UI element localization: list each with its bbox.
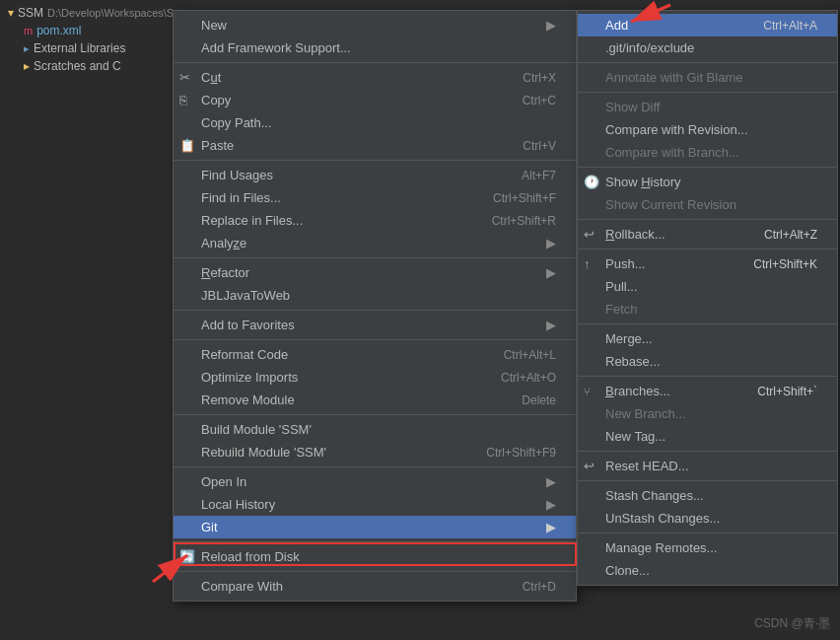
sep7 [174,466,576,467]
sub-sep5 [578,249,837,249]
sub-sep6 [578,323,837,324]
submenu-rollback[interactable]: ↩ Rollback... Ctrl+Alt+Z [578,223,837,246]
menu-remove-shortcut: Delete [522,393,556,407]
submenu-rebase-label: Rebase... [605,354,661,369]
menu-compare-with[interactable]: Compare With Ctrl+D [174,575,576,598]
menu-cut[interactable]: ✂ Cut Ctrl+X [174,66,576,89]
sidebar-scratches-label: Scratches and C [34,59,121,73]
fav-arrow: ▶ [546,318,556,332]
sidebar-item-scratches[interactable]: ▸ Scratches and C [0,57,173,75]
menu-copy[interactable]: ⎘ Copy Ctrl+C [174,89,576,111]
menu-new[interactable]: New ▶ [174,14,576,36]
menu-add-favorites[interactable]: Add to Favorites ▶ [174,314,576,336]
submenu-add-label: Add [605,18,628,33]
menu-new-label: New [201,18,227,33]
menu-open-in[interactable]: Open In ▶ [174,470,576,493]
submenu-unstash-label: UnStash Changes... [605,511,720,526]
menu-build[interactable]: Build Module 'SSM' [174,418,576,441]
menu-analyze[interactable]: Analyze ▶ [174,232,576,254]
sep3 [174,257,576,258]
paste-icon: 📋 [179,138,195,153]
submenu-compare-revision[interactable]: Compare with Revision... [578,118,837,141]
menu-git[interactable]: Git ▶ [174,516,576,538]
submenu-push[interactable]: ↑ Push... Ctrl+Shift+K [578,252,837,275]
submenu-manage-remotes[interactable]: Manage Remotes... [578,536,837,559]
submenu-clone-label: Clone... [605,563,650,578]
menu-replace-in-files[interactable]: Replace in Files... Ctrl+Shift+R [174,209,576,232]
submenu-push-label: Push... [605,256,645,271]
scratches-icon: ▸ [24,59,30,73]
cut-icon: ✂ [179,70,190,85]
submenu-branches[interactable]: ⑂ Branches... Ctrl+Shift+` [578,380,837,402]
submenu-git-info-exclude[interactable]: .git/info/exclude [578,36,837,59]
sidebar-item-pom[interactable]: m pom.xml [0,22,173,39]
menu-find-usages-shortcut: Alt+F7 [522,169,556,182]
menu-open-in-label: Open In [201,474,246,489]
menu-add-framework[interactable]: Add Framework Support... [174,36,576,59]
menu-paste-label: Paste [201,138,234,153]
submenu-stash[interactable]: Stash Changes... [578,484,837,507]
menu-copy-path-label: Copy Path... [201,115,272,130]
menu-reload[interactable]: 🔄 Reload from Disk [174,545,576,568]
sub-sep2 [578,92,837,93]
rollback-icon: ↩ [584,227,595,242]
sidebar-item-ssm[interactable]: ▾ SSM D:\Develop\Workspaces\SSM [0,4,173,22]
menu-build-label: Build Module 'SSM' [201,422,312,437]
maven-icon: m [24,25,33,36]
menu-rebuild[interactable]: Rebuild Module 'SSM' Ctrl+Shift+F9 [174,441,576,463]
menu-paste[interactable]: 📋 Paste Ctrl+V [174,134,576,157]
submenu-show-diff-label: Show Diff [605,100,660,114]
push-icon: ↑ [584,256,591,271]
menu-git-label: Git [201,520,218,534]
submenu-new-branch: New Branch... [578,402,837,425]
menu-optimize-imports[interactable]: Optimize Imports Ctrl+Alt+O [174,366,576,389]
submenu-pull[interactable]: Pull... [578,275,837,298]
sep9 [174,571,576,572]
menu-local-history-label: Local History [201,497,275,512]
submenu-new-tag[interactable]: New Tag... [578,425,837,448]
open-in-arrow: ▶ [546,474,556,489]
menu-remove-module[interactable]: Remove Module Delete [174,389,576,411]
menu-jbl[interactable]: JBLJavaToWeb [174,284,576,307]
menu-jbl-label: JBLJavaToWeb [201,288,290,303]
sep8 [174,541,576,542]
submenu-clone[interactable]: Clone... [578,559,837,582]
submenu-arrow: ▶ [546,18,556,33]
menu-optimize-label: Optimize Imports [201,370,298,385]
submenu-stash-label: Stash Changes... [605,488,704,503]
menu-find-in-files-label: Find in Files... [201,190,281,205]
reload-icon: 🔄 [179,549,195,564]
submenu-manage-remotes-label: Manage Remotes... [605,540,717,555]
menu-refactor[interactable]: Refactor ▶ [174,261,576,284]
menu-rebuild-shortcut: Ctrl+Shift+F9 [486,446,556,460]
menu-copy-path[interactable]: Copy Path... [174,111,576,134]
submenu-add[interactable]: Add Ctrl+Alt+A [578,14,837,36]
menu-analyze-label: Analyze [201,236,246,250]
submenu-reset-label: Reset HEAD... [605,459,689,473]
sub-sep8 [578,451,837,452]
submenu-reset-head[interactable]: ↩ Reset HEAD... [578,455,837,477]
submenu-annotate: Annotate with Git Blame [578,66,837,89]
menu-rebuild-label: Rebuild Module 'SSM' [201,445,326,460]
menu-find-usages[interactable]: Find Usages Alt+F7 [174,164,576,186]
submenu-compare-rev-label: Compare with Revision... [605,122,748,137]
sidebar-pom-label: pom.xml [36,24,81,37]
submenu-branches-label: Branches... [605,384,670,398]
submenu-compare-branch: Compare with Branch... [578,141,837,164]
menu-local-history[interactable]: Local History ▶ [174,493,576,516]
submenu-rebase[interactable]: Rebase... [578,350,837,373]
menu-find-shortcut: Ctrl+Shift+F [493,191,556,205]
menu-find-in-files[interactable]: Find in Files... Ctrl+Shift+F [174,186,576,209]
menu-copy-shortcut: Ctrl+C [523,94,556,107]
submenu-unstash[interactable]: UnStash Changes... [578,507,837,530]
sidebar-ssm-label: SSM [18,6,43,20]
menu-add-fav-label: Add to Favorites [201,318,295,332]
menu-reformat-label: Reformat Code [201,347,288,362]
submenu-merge[interactable]: Merge... [578,327,837,350]
submenu-rollback-shortcut: Ctrl+Alt+Z [764,228,817,242]
sidebar-item-ext-libs[interactable]: ▸ External Libraries [0,39,173,57]
refactor-arrow: ▶ [546,265,556,280]
local-history-arrow: ▶ [546,497,556,512]
submenu-show-history[interactable]: 🕐 Show History [578,171,837,193]
menu-reformat[interactable]: Reformat Code Ctrl+Alt+L [174,343,576,366]
